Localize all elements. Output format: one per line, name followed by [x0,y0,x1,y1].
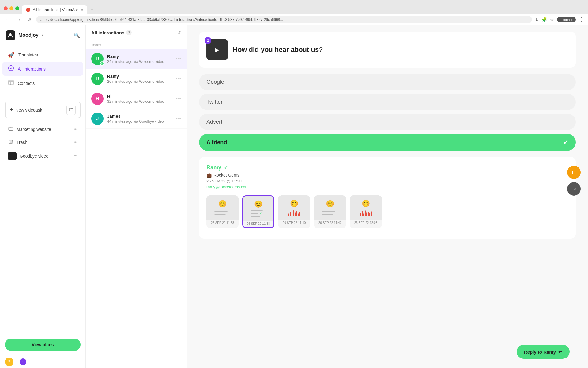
help-button[interactable]: ? [5,358,13,366]
answer-advert[interactable]: Advert [199,114,576,130]
browser-tabs: All interactions | VideoAsk × + [22,4,96,14]
question-text: How did you hear about us? [233,46,323,54]
timeline-item-3[interactable]: 😊 26 SEP [278,195,310,228]
avatar-ramy-1: R ✓ [91,53,104,65]
interaction-more-btn[interactable]: ••• [176,76,181,82]
interaction-link[interactable]: Welcome video [139,79,164,84]
browser-chrome: All interactions | VideoAsk × + ← → ↺ ap… [0,0,588,25]
new-videoask-label: New videoask [16,108,42,113]
answer-google[interactable]: Google [199,74,576,90]
check-icon: ✓ [259,212,262,215]
share-action-button[interactable]: ↗ [567,182,581,196]
star-icon[interactable]: ☆ [550,17,554,22]
interaction-info-hi: Hi 32 minutes ago via Welcome video [107,94,172,104]
answer-friend[interactable]: A friend ✓ [199,134,576,151]
help-circle-icon[interactable]: ? [126,30,132,35]
new-tab-btn[interactable]: + [87,4,96,14]
face-icon: 😊 [218,200,227,208]
sidebar-item-all-interactions[interactable]: All interactions [2,62,83,76]
interaction-name: Ramy [107,74,172,79]
timeline-item-5[interactable]: 😊 26 SEP [350,195,382,228]
notification-badge[interactable]: 1 [20,358,26,365]
interaction-meta: 44 minutes ago via Goodbye video [107,119,172,124]
interaction-link[interactable]: Goodbye video [139,119,164,124]
text-lines [214,211,231,215]
contact-section: Ramy ✓ 💼 Rocket Gems 26 SEP 22 @ 11:38 r… [199,157,576,239]
text-line [322,211,335,212]
answer-text: A friend [206,139,227,146]
bar [296,211,297,216]
contacts-icon [8,79,14,87]
interaction-item-hi[interactable]: H Hi 32 minutes ago via Welcome video ••… [86,89,187,109]
timeline-date: 26 SEP 22 11:38 [243,221,273,227]
sidebar-item-templates[interactable]: 🚀 Templates [2,48,83,61]
avatar-badge: ✓ [100,61,104,66]
sidebar-header: Moodjoy ▾ 🔍 [0,25,85,45]
folder-icon [8,126,13,133]
svg-point-1 [9,66,14,71]
interaction-more-btn[interactable]: ••• [176,96,181,102]
contact-email[interactable]: ramy@rocketgems.com [206,185,568,189]
interaction-info-james: James 44 minutes ago via Goodbye video [107,114,172,124]
refresh-icon[interactable]: ↺ [177,30,181,35]
notif-count: 1 [22,360,24,364]
extension-icon[interactable]: 🧩 [542,17,547,22]
bar [298,213,299,216]
url-field[interactable]: app.videoask.com/app/organizations/8b955… [36,16,532,23]
reply-text: Reply to Ramy [524,349,556,355]
folder-icon[interactable] [66,105,76,115]
check-lines: ✓ [251,210,266,217]
menu-icon[interactable]: ⋮ [579,16,584,23]
answer-twitter[interactable]: Twitter [199,94,576,110]
interaction-info-ramy-2: Ramy 26 minutes ago via Welcome video [107,74,172,84]
face-icon: 😊 [254,200,262,208]
sidebar-item-contacts[interactable]: Contacts [2,76,83,90]
text-line [214,213,224,213]
timeline-item-1[interactable]: 😊 26 SEP 22 11:38 [206,195,239,228]
interaction-item-ramy-1[interactable]: R ✓ Ramy 24 minutes ago via Welcome vide… [86,49,187,69]
folder-marketing-website[interactable]: Marketing website ••• [2,123,83,136]
maximize-dot[interactable] [15,6,19,10]
interaction-item-ramy-2[interactable]: R Ramy 26 minutes ago via Welcome video … [86,69,187,89]
url-text: app.videoask.com/app/organizations/8b955… [40,17,283,22]
folder-name: Marketing website [17,127,51,132]
interaction-name: Ramy [107,54,172,59]
timeline: 😊 26 SEP 22 11:38 😊 [206,195,568,231]
folder-goodbye-video[interactable]: Goodbye video ••• [2,149,83,163]
browser-toolbar: ⬇ 🧩 ☆ Incognito ⋮ [535,16,584,23]
refresh-btn[interactable]: ↺ [26,17,33,23]
trash-more-icon[interactable]: ••• [74,140,77,144]
svg-rect-2 [9,80,13,85]
tag-action-button[interactable]: 🏷 [567,166,581,179]
close-dot[interactable] [4,6,8,10]
sidebar-divider [0,96,85,96]
interaction-link[interactable]: Welcome video [139,99,164,104]
back-btn[interactable]: ← [4,17,12,23]
forward-btn[interactable]: → [15,17,23,23]
plus-icon: + [10,107,13,113]
new-videoask-button[interactable]: + New videoask [5,102,81,118]
timeline-item-2[interactable]: 😊 ✓ 26 SEP 22 11:38 [242,195,274,228]
download-icon[interactable]: ⬇ [535,17,539,22]
timeline-item-4[interactable]: 😊 26 SEP 22 11:40 [314,195,346,228]
interaction-link[interactable]: Welcome video [139,59,164,64]
interactions-header: All interactions ? ↺ [86,25,187,40]
video-thumbnail[interactable]: 2 ▶ [206,39,228,60]
active-tab[interactable]: All interactions | VideoAsk × [22,5,87,14]
interaction-more-btn[interactable]: ••• [176,116,181,121]
interaction-more-btn[interactable]: ••• [176,56,181,62]
interaction-item-james[interactable]: J James 44 minutes ago via Goodbye video… [86,109,187,129]
minimize-dot[interactable] [9,6,13,10]
view-plans-button[interactable]: View plans [5,339,81,351]
templates-icon: 🚀 [8,52,15,58]
search-icon[interactable]: 🔍 [74,33,80,38]
bar [365,210,366,216]
waveform [288,210,300,216]
folder-trash[interactable]: Trash ••• [2,136,83,148]
interactions-title-text: All interactions [91,30,124,35]
goodbye-more-icon[interactable]: ••• [74,154,77,158]
tab-close-btn[interactable]: × [81,8,83,12]
reply-button[interactable]: Reply to Ramy ↩ [517,345,570,359]
org-info[interactable]: Moodjoy ▾ [6,30,43,40]
folder-more-icon[interactable]: ••• [74,127,77,132]
